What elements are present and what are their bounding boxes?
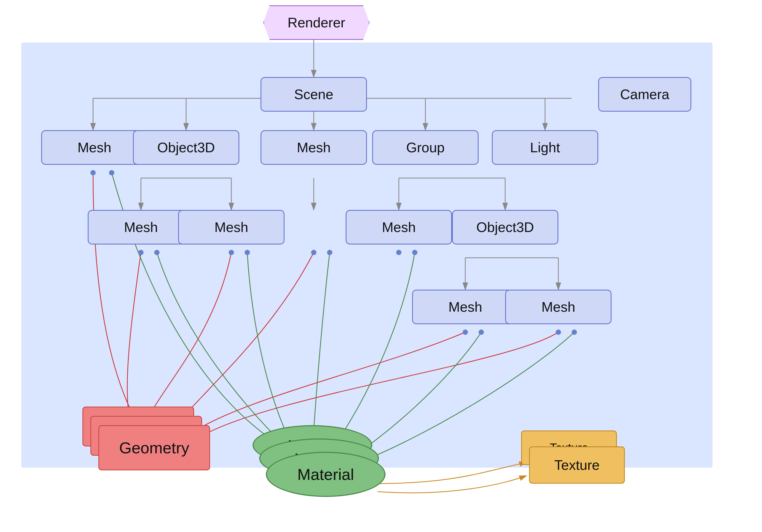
group-node: Group (372, 130, 479, 165)
mesh4-node: Mesh (178, 210, 284, 244)
renderer-node: Renderer (263, 5, 370, 40)
mesh6-node: Mesh (412, 290, 518, 324)
mesh7-node: Mesh (505, 290, 612, 324)
diagram-container: Renderer Scene Camera Mesh Object3D Mesh… (0, 0, 762, 532)
object3d2-node: Object3D (452, 210, 558, 244)
scene-node: Scene (261, 77, 367, 112)
light-node: Light (492, 130, 598, 165)
texture2-node: Texture (529, 446, 625, 484)
mesh1-node: Mesh (41, 130, 148, 165)
mesh2-node: Mesh (261, 130, 367, 165)
material3-node: Material (266, 452, 386, 497)
mesh5-node: Mesh (345, 210, 452, 244)
camera-node: Camera (598, 77, 691, 112)
geometry3-node: Geometry (98, 425, 210, 470)
object3d1-node: Object3D (133, 130, 239, 165)
